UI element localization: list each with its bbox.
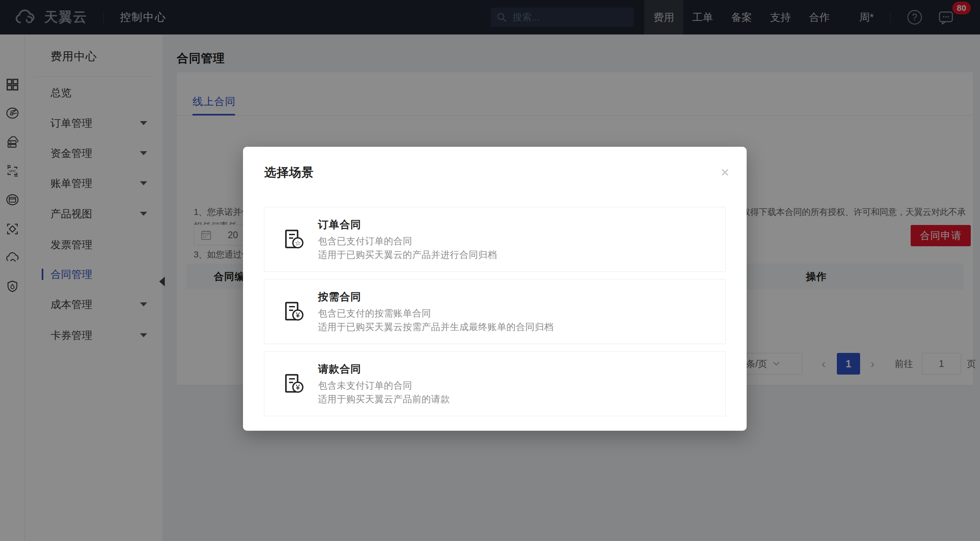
option-text: 订单合同 包含已支付订单的合同 适用于已购买天翼云的产品并进行合同归档 (318, 218, 497, 261)
option-desc: 包含已支付的按需账单合同 适用于已购买天翼云按需产品并生成最终账单的合同归档 (318, 306, 554, 334)
contract-yen-icon: ¥ (282, 373, 304, 395)
scenario-modal: 选择场景 ✕ ☆ 订单合同 包含已支付订单的合同 适用于已购买天翼云的产品并进行… (243, 147, 747, 431)
svg-text:¥: ¥ (296, 311, 300, 319)
option-desc-line2: 适用于购买天翼云产品前的请款 (318, 392, 450, 406)
svg-text:¥: ¥ (296, 383, 300, 391)
option-ondemand-contract[interactable]: ¥ 按需合同 包含已支付的按需账单合同 适用于已购买天翼云按需产品并生成最终账单… (264, 279, 726, 344)
contract-yen-icon: ¥ (282, 300, 304, 323)
option-desc-line1: 包含未支付订单的合同 (318, 379, 450, 392)
page: 天翼云 控制中心 费用 工单 备案 支持 合作 周* ? (0, 0, 980, 541)
option-order-contract[interactable]: ☆ 订单合同 包含已支付订单的合同 适用于已购买天翼云的产品并进行合同归档 (264, 207, 726, 272)
modal-title: 选择场景 (264, 164, 314, 181)
option-title: 请款合同 (318, 362, 450, 376)
option-desc: 包含未支付订单的合同 适用于购买天翼云产品前的请款 (318, 379, 450, 406)
option-title: 订单合同 (318, 218, 497, 232)
option-title: 按需合同 (318, 290, 554, 304)
contract-star-icon: ☆ (282, 228, 304, 251)
close-icon[interactable]: ✕ (716, 164, 734, 181)
option-desc-line2: 适用于已购买天翼云按需产品并生成最终账单的合同归档 (318, 320, 554, 334)
option-desc-line1: 包含已支付的按需账单合同 (318, 306, 554, 320)
option-desc-line2: 适用于已购买天翼云的产品并进行合同归档 (318, 248, 497, 261)
svg-text:☆: ☆ (295, 239, 301, 247)
option-desc-line1: 包含已支付订单的合同 (318, 234, 497, 248)
option-text: 请款合同 包含未支付订单的合同 适用于购买天翼云产品前的请款 (318, 362, 450, 406)
option-desc: 包含已支付订单的合同 适用于已购买天翼云的产品并进行合同归档 (318, 234, 497, 261)
option-text: 按需合同 包含已支付的按需账单合同 适用于已购买天翼云按需产品并生成最终账单的合… (318, 290, 554, 334)
option-payment-request-contract[interactable]: ¥ 请款合同 包含未支付订单的合同 适用于购买天翼云产品前的请款 (264, 351, 726, 416)
